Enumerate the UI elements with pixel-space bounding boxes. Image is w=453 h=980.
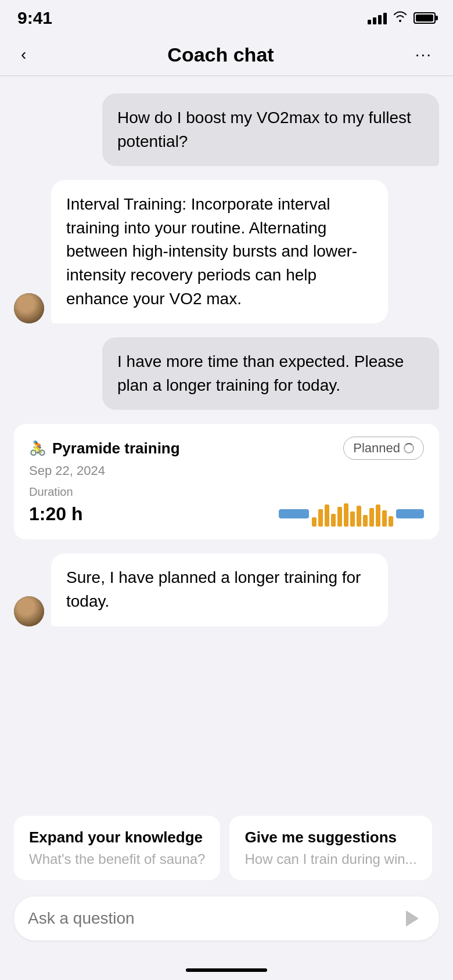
header: ‹ Coach chat ··· (0, 34, 453, 76)
suggestion-card[interactable]: Give me suggestions How can I train duri… (229, 816, 432, 880)
more-button[interactable]: ··· (411, 43, 437, 66)
avatar (14, 596, 44, 626)
suggestions-row: Expand your knowledge What's the benefit… (0, 816, 453, 880)
suggestion-subtitle: How can I train during win... (245, 851, 416, 867)
battery-icon (414, 12, 436, 24)
planned-badge: Planned (343, 437, 424, 460)
signal-icon (368, 12, 387, 24)
user-bubble: How do I boost my VO2max to my fullest p… (102, 93, 439, 166)
training-visualization (279, 501, 424, 527)
viz-blue-left (279, 509, 309, 518)
back-button[interactable]: ‹ (16, 43, 31, 66)
suggestion-subtitle: What's the benefit of sauna? (29, 851, 205, 867)
page-title: Coach chat (31, 44, 410, 66)
training-card-bottom: 1:20 h (29, 501, 424, 527)
duration-label: Duration (29, 485, 424, 499)
training-card-header: 🚴 Pyramide training Planned (29, 437, 424, 460)
suggestion-title: Expand your knowledge (29, 828, 205, 846)
bike-icon: 🚴 (29, 440, 46, 456)
input-row (14, 896, 439, 941)
user-bubble: I have more time than expected. Please p… (102, 337, 439, 410)
suggestion-title: Give me suggestions (245, 828, 416, 846)
send-button[interactable] (400, 906, 425, 931)
status-icons (368, 10, 436, 26)
home-indicator (0, 964, 453, 980)
wifi-icon (393, 10, 408, 26)
message-row: How do I boost my VO2max to my fullest p… (14, 93, 439, 166)
training-card[interactable]: 🚴 Pyramide training Planned Sep 22, 2024… (14, 424, 439, 539)
chat-area: How do I boost my VO2max to my fullest p… (0, 76, 453, 816)
status-bar: 9:41 (0, 0, 453, 34)
training-title: 🚴 Pyramide training (29, 439, 180, 457)
message-row: Sure, I have planned a longer training f… (14, 553, 439, 626)
coach-bubble: Interval Training: Incorporate interval … (51, 180, 388, 323)
home-bar (186, 968, 267, 972)
viz-blue-right (396, 509, 424, 518)
suggestion-card[interactable]: Expand your knowledge What's the benefit… (14, 816, 220, 880)
training-date: Sep 22, 2024 (29, 463, 424, 478)
chat-input[interactable] (28, 909, 400, 928)
status-time: 9:41 (17, 8, 52, 28)
coach-bubble: Sure, I have planned a longer training f… (51, 553, 388, 626)
message-row: Interval Training: Incorporate interval … (14, 180, 439, 323)
duration-value: 1:20 h (29, 503, 82, 525)
send-icon (406, 910, 419, 927)
message-row: I have more time than expected. Please p… (14, 337, 439, 410)
viz-bars (312, 501, 393, 527)
avatar (14, 293, 44, 323)
input-area (0, 889, 453, 964)
loading-spinner (404, 443, 414, 453)
